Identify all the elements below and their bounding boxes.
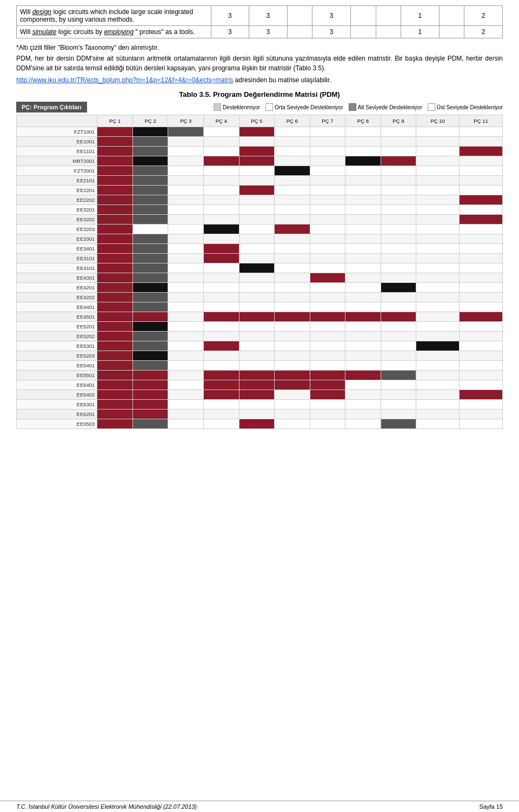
matrix-cell xyxy=(239,186,275,195)
matrix-cell xyxy=(416,341,460,351)
matrix-cell xyxy=(416,400,460,410)
matrix-cell xyxy=(381,137,416,147)
matrix-cell xyxy=(345,380,381,390)
matrix-cell xyxy=(132,186,168,195)
matrix-cell xyxy=(460,205,503,215)
matrix-cell xyxy=(416,186,460,195)
matrix-cell xyxy=(168,176,204,186)
matrix-cell xyxy=(239,127,275,137)
matrix-cell xyxy=(97,147,133,156)
row-code: EE5301 xyxy=(17,341,97,351)
row-code: EE5401 xyxy=(17,361,97,371)
matrix-cell xyxy=(204,195,239,205)
matrix-cell xyxy=(168,234,204,244)
matrix-cell xyxy=(460,302,503,312)
matrix-cell xyxy=(168,332,204,341)
matrix-cell xyxy=(132,419,168,429)
matrix-cell xyxy=(168,273,204,283)
matrix-cell xyxy=(239,371,275,380)
matrix-cell xyxy=(97,283,133,293)
matrix-cell xyxy=(168,410,204,419)
matrix-cell xyxy=(132,273,168,283)
matrix-cell xyxy=(345,332,381,341)
matrix-cell xyxy=(275,322,310,332)
matrix-cell xyxy=(239,410,275,419)
matrix-cell xyxy=(460,156,503,166)
matrix-cell xyxy=(416,371,460,380)
matrix-cell xyxy=(310,400,345,410)
matrix-cell xyxy=(204,390,239,400)
matrix-cell xyxy=(239,390,275,400)
matrix-cell xyxy=(204,273,239,283)
matrix-cell xyxy=(416,225,460,234)
pdm-link[interactable]: http://www.iku.edu.tr/TR/ects_bolum.php?… xyxy=(16,76,233,84)
matrix-cell xyxy=(132,283,168,293)
matrix-cell xyxy=(460,380,503,390)
matrix-cell xyxy=(132,410,168,419)
matrix-cell xyxy=(460,361,503,371)
matrix-cell xyxy=(97,254,133,263)
matrix-cell xyxy=(239,341,275,351)
row-code: EE3203 xyxy=(17,225,97,234)
cell-val: 2 xyxy=(464,6,503,26)
matrix-cell xyxy=(460,254,503,263)
matrix-cell xyxy=(381,419,416,429)
matrix-cell xyxy=(381,205,416,215)
table-row: EE2101 xyxy=(17,176,503,186)
table-row: EE5203 xyxy=(17,351,503,361)
matrix-cell xyxy=(204,186,239,195)
legend-box-alt xyxy=(349,103,356,111)
matrix-cell xyxy=(381,302,416,312)
matrix-cell xyxy=(460,400,503,410)
matrix-corner xyxy=(17,115,97,127)
matrix-cell xyxy=(132,351,168,361)
matrix-cell xyxy=(204,351,239,361)
table-row: EE4301 xyxy=(17,273,503,283)
matrix-cell xyxy=(204,419,239,429)
matrix-cell xyxy=(97,273,133,283)
row-code: EE3201 xyxy=(17,205,97,215)
matrix-cell xyxy=(97,137,133,147)
matrix-cell xyxy=(97,234,133,244)
matrix-cell xyxy=(239,147,275,156)
matrix-cell xyxy=(381,361,416,371)
row-code: EE4101 xyxy=(17,263,97,273)
table-row: EE6401 xyxy=(17,380,503,390)
matrix-cell xyxy=(381,244,416,254)
matrix-cell xyxy=(204,127,239,137)
matrix-cell xyxy=(381,351,416,361)
cell-val xyxy=(350,26,376,38)
matrix-cell xyxy=(239,293,275,302)
col-header: PÇ 3 xyxy=(168,115,204,127)
matrix-cell xyxy=(204,341,239,351)
matrix-cell xyxy=(310,147,345,156)
table-row: EE6301 xyxy=(17,400,503,410)
matrix-cell xyxy=(204,312,239,322)
footer: T.C. İstanbul Kültür Üniversitesi Elektr… xyxy=(0,801,519,812)
matrix-cell xyxy=(345,400,381,410)
table-row: EE0503 xyxy=(17,419,503,429)
matrix-cell xyxy=(460,390,503,400)
matrix-cell xyxy=(416,361,460,371)
matrix-cell xyxy=(239,419,275,429)
matrix-cell xyxy=(97,166,133,176)
matrix-cell xyxy=(168,205,204,215)
pdm-link-paragraph: http://www.iku.edu.tr/TR/ects_bolum.php?… xyxy=(16,75,503,85)
table-row: EE4401 xyxy=(17,302,503,312)
matrix-cell xyxy=(460,234,503,244)
matrix-cell xyxy=(97,322,133,332)
row-code: EE2201 xyxy=(17,186,97,195)
matrix-cell xyxy=(204,147,239,156)
matrix-cell xyxy=(97,127,133,137)
row-code: EE4201 xyxy=(17,283,97,293)
matrix-cell xyxy=(97,205,133,215)
matrix-cell xyxy=(239,273,275,283)
matrix-cell xyxy=(132,371,168,380)
matrix-cell xyxy=(239,205,275,215)
matrix-cell xyxy=(381,147,416,156)
matrix-cell xyxy=(310,341,345,351)
col-header: PÇ 8 xyxy=(345,115,381,127)
matrix-cell xyxy=(381,156,416,166)
matrix-cell xyxy=(310,176,345,186)
matrix-cell xyxy=(275,205,310,215)
